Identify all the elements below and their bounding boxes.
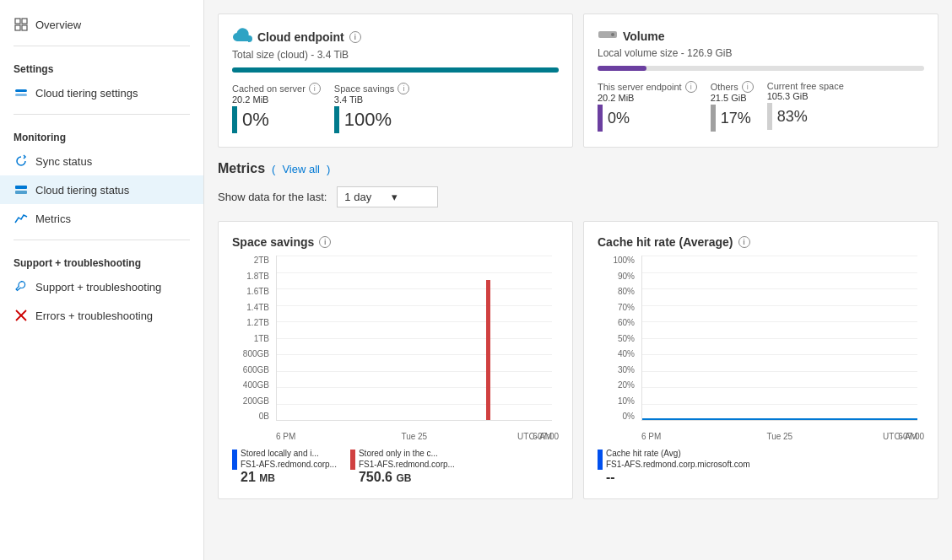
metrics-icon [14,211,29,226]
sidebar-section-settings: Settings [0,53,203,78]
space-savings-y-labels: 2TB 1.8TB 1.6TB 1.4TB 1.2TB 1TB 800GB 60… [232,256,273,421]
cache-hit-y-labels: 100% 90% 80% 70% 60% 50% 40% 30% 20% 10%… [598,256,638,421]
volume-size: Local volume size - 126.9 GiB [598,47,924,59]
sidebar-item-metrics[interactable]: Metrics [0,204,203,233]
sidebar-item-label: Cloud tiering settings [35,87,138,100]
server-endpoint-bar [598,105,603,132]
server-endpoint-metric: This server endpoint i 20.2 MiB 0% [598,81,697,132]
legend-cache-hit: Cache hit rate (Avg)FS1-AFS.redmond.corp… [598,448,750,485]
others-bar [711,105,716,132]
cached-pct: 0% [242,109,269,131]
cloud-endpoint-title: Cloud endpoint i [232,28,559,46]
free-space-value: 105.3 GiB [767,91,844,101]
chart-cards-row: Space savings i 2TB 1.8TB 1.6TB 1.4TB 1.… [218,221,938,499]
sidebar-item-label: Errors + troubleshooting [35,310,153,322]
savings-info-icon[interactable]: i [398,83,409,94]
cache-hit-chart-card: Cache hit rate (Average) i 100% 90% 80% … [583,221,938,499]
sidebar-item-cloud-tiering-settings[interactable]: Cloud tiering settings [0,78,203,107]
sidebar-divider-settings [14,46,190,46]
sidebar-item-cloud-tiering-status[interactable]: Cloud tiering status [0,175,203,204]
space-savings-bar-red [486,280,490,420]
svg-rect-2 [15,25,20,30]
cache-hit-x-labels: 6 PM Tue 25 6 AM [641,432,917,441]
overview-icon [14,17,29,32]
cloud-endpoint-info-icon[interactable]: i [349,31,361,43]
space-savings-legend: Stored locally and i...FS1-AFS.redmond.c… [232,448,559,485]
svg-rect-5 [15,94,27,96]
cloud-icon [232,28,252,46]
space-savings-plot [276,256,552,421]
tiering-icon [14,85,29,100]
tiering2-icon [14,182,29,197]
legend-color-blue-cache [598,450,603,470]
svg-rect-1 [22,19,27,24]
chevron-down-icon: ▾ [392,191,398,203]
cache-hit-info-icon[interactable]: i [738,236,750,248]
sidebar: Overview Settings Cloud tiering settings… [0,0,204,560]
cache-hit-line [642,418,917,420]
others-info-icon[interactable]: i [742,81,754,93]
others-value: 21.5 GiB [711,93,754,103]
cloud-endpoint-card: Cloud endpoint i Total size (cloud) - 3.… [218,13,573,148]
server-endpoint-value: 20.2 MiB [598,93,697,103]
metrics-title: Metrics [218,161,265,176]
cache-hit-legend: Cache hit rate (Avg)FS1-AFS.redmond.corp… [598,448,924,485]
tools-icon [14,279,29,294]
top-cards-row: Cloud endpoint i Total size (cloud) - 3.… [218,13,938,148]
space-savings-x-labels: 6 PM Tue 25 6 AM [276,432,552,441]
sidebar-divider-monitoring [14,114,190,115]
svg-point-11 [611,33,614,36]
volume-progress-bar-container [598,66,924,71]
space-savings-info-icon[interactable]: i [319,236,331,248]
filter-select[interactable]: 1 day ▾ [337,186,438,207]
cloud-metrics-row: Cached on server i 20.2 MiB 0% Space sav… [232,83,559,133]
sidebar-item-sync-status[interactable]: Sync status [0,147,203,175]
cached-value: 20.2 MiB [232,94,321,105]
server-endpoint-pct: 0% [608,110,630,127]
legend-color-red [350,450,355,470]
svg-rect-3 [22,25,27,30]
cloud-progress-bar-container [232,67,559,73]
savings-metric: Space savings i 3.4 TiB 100% [334,83,410,133]
cached-bar [232,106,237,133]
sidebar-section-monitoring: Monitoring [0,121,203,147]
main-content: Cloud endpoint i Total size (cloud) - 3.… [204,0,952,560]
sidebar-item-label: Support + troubleshooting [35,281,161,293]
volume-metrics-row: This server endpoint i 20.2 MiB 0% Other… [598,81,924,132]
cache-hit-chart-area: 100% 90% 80% 70% 60% 50% 40% 30% 20% 10%… [598,256,924,441]
sidebar-item-support-troubleshooting[interactable]: Support + troubleshooting [0,272,203,301]
sidebar-section-support: Support + troubleshooting [0,247,203,272]
legend-color-blue [232,450,237,470]
volume-card: Volume Local volume size - 126.9 GiB Thi… [583,13,938,148]
sidebar-divider-support [14,240,190,240]
filter-row: Show data for the last: 1 day ▾ [218,186,938,207]
filter-label: Show data for the last: [218,191,327,203]
savings-value: 3.4 TiB [334,94,410,105]
space-savings-title: Space savings i [232,235,559,249]
space-savings-chart-card: Space savings i 2TB 1.8TB 1.6TB 1.4TB 1.… [218,221,573,499]
svg-rect-6 [15,186,27,189]
svg-rect-7 [15,191,27,194]
others-pct: 17% [721,110,751,127]
view-all-link[interactable]: View all [282,163,320,175]
cached-metric: Cached on server i 20.2 MiB 0% [232,83,321,133]
sidebar-item-label: Cloud tiering status [35,184,129,197]
volume-title: Volume [598,28,924,44]
cached-info-icon[interactable]: i [309,83,321,94]
hdd-icon [598,28,618,44]
space-savings-chart-area: 2TB 1.8TB 1.6TB 1.4TB 1.2TB 1TB 800GB 60… [232,256,559,441]
savings-bar [334,106,339,133]
cache-hit-title: Cache hit rate (Average) i [598,235,924,249]
cloud-total-size: Total size (cloud) - 3.4 TiB [232,49,559,61]
sidebar-item-label: Overview [35,19,81,31]
free-space-pct: 83% [777,108,808,126]
svg-rect-4 [15,89,27,92]
cache-hit-plot [641,256,917,421]
legend-stored-locally: Stored locally and i...FS1-AFS.redmond.c… [232,448,337,485]
legend-stored-cloud: Stored only in the c...FS1-AFS.redmond.c… [350,448,455,485]
space-savings-utc: UTC-07:00 [517,432,559,441]
sidebar-item-overview[interactable]: Overview [0,10,203,39]
sidebar-item-errors-troubleshooting[interactable]: Errors + troubleshooting [0,301,203,330]
server-endpoint-info-icon[interactable]: i [685,81,697,93]
filter-value: 1 day [344,191,371,203]
